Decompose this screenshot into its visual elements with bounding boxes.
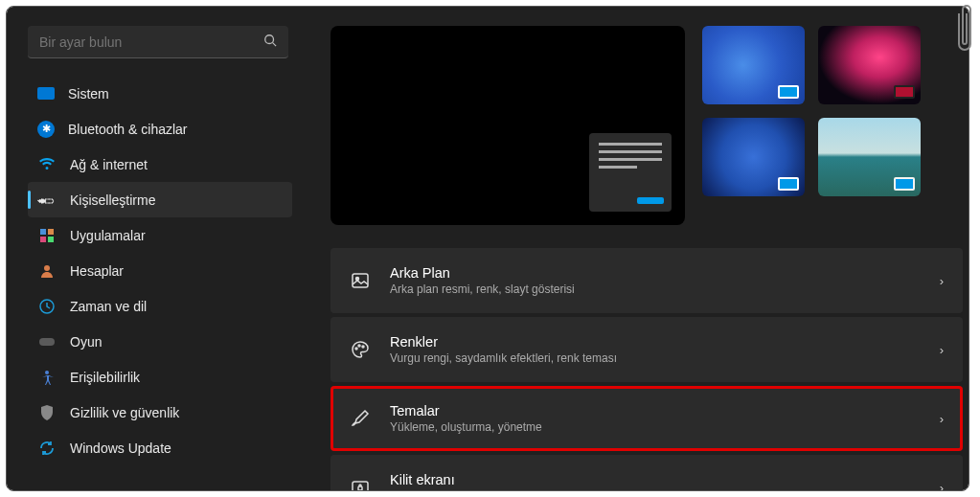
svg-point-12 [355,348,357,350]
setting-subtitle: Kilit ekranı görüntüleri, uygulamalar, a… [390,489,940,490]
svg-point-6 [44,265,50,271]
theme-grid [702,26,921,225]
gamepad-icon [37,332,57,351]
accent-chip [778,85,799,99]
svg-rect-2 [40,229,46,235]
settings-app: Sistem ✱Bluetooth & cihazlar Ağ & intern… [7,7,969,490]
sidebar-item-network[interactable]: Ağ & internet [28,147,292,182]
bluetooth-icon: ✱ [37,121,55,138]
sidebar-item-system[interactable]: Sistem [28,76,292,111]
clock-icon [37,297,57,316]
svg-point-11 [356,278,359,281]
svg-rect-10 [353,274,368,287]
preview-accent-button [637,197,664,204]
brush-icon [350,408,371,429]
sidebar-item-accessibility[interactable]: Erişilebilirlik [28,359,292,395]
update-icon [37,439,57,458]
setting-title: Temalar [390,403,940,418]
setting-title: Renkler [390,334,940,350]
sidebar-item-personalization[interactable]: 🖌Kişiselleştirme [28,182,292,217]
sidebar-item-label: Oyun [70,334,102,350]
svg-rect-16 [358,486,362,490]
theme-tile-4[interactable] [818,118,921,196]
apps-icon [37,226,57,245]
accessibility-icon [37,368,57,387]
person-icon [37,261,57,281]
setting-row-lockscreen[interactable]: Kilit ekranıKilit ekranı görüntüleri, uy… [330,455,963,490]
svg-point-0 [265,35,274,44]
sidebar-item-label: Ağ & internet [70,157,148,172]
desktop-preview [330,26,685,225]
accent-chip [894,177,915,191]
sidebar-item-label: Erişilebilirlik [70,370,140,385]
theme-tile-1[interactable] [702,26,805,104]
sidebar-item-accounts[interactable]: Hesaplar [28,253,292,288]
setting-row-themes[interactable]: TemalarYükleme, oluşturma, yönetme › [330,386,963,451]
svg-point-9 [45,371,49,374]
settings-list: Arka PlanArka plan resmi, renk, slayt gö… [330,248,963,490]
sidebar-item-windows-update[interactable]: Windows Update [28,430,292,465]
sidebar: Sistem ✱Bluetooth & cihazlar Ağ & intern… [7,7,304,490]
sidebar-item-label: Bluetooth & cihazlar [68,122,188,137]
setting-row-background[interactable]: Arka PlanArka plan resmi, renk, slayt gö… [330,248,963,313]
preview-window [589,133,672,212]
sidebar-item-label: Zaman ve dil [70,299,147,314]
chevron-right-icon: › [940,481,944,491]
search-icon [263,34,277,50]
monitor-icon [37,87,55,100]
setting-title: Arka Plan [390,265,940,281]
shield-icon [37,403,57,422]
sidebar-item-bluetooth[interactable]: ✱Bluetooth & cihazlar [28,111,292,147]
sidebar-item-time-language[interactable]: Zaman ve dil [28,288,292,324]
search-input[interactable] [39,34,263,50]
setting-subtitle: Arka plan resmi, renk, slayt gösterisi [390,282,940,296]
theme-preview-row [330,26,963,225]
svg-point-13 [358,345,360,347]
setting-row-colors[interactable]: RenklerVurgu rengi, saydamlık efektleri,… [330,317,963,382]
wifi-icon [37,155,57,174]
image-icon [350,270,371,291]
theme-tile-3[interactable] [702,118,805,196]
theme-tile-2[interactable] [818,26,921,104]
svg-point-14 [362,346,364,348]
accent-chip [894,85,915,99]
setting-subtitle: Yükleme, oluşturma, yönetme [390,420,940,434]
setting-subtitle: Vurgu rengi, saydamlık efektleri, renk t… [390,351,940,365]
nav-list: Sistem ✱Bluetooth & cihazlar Ağ & intern… [28,76,300,465]
chevron-right-icon: › [940,343,944,357]
svg-line-1 [273,43,277,47]
chevron-right-icon: › [940,274,944,288]
search-box[interactable] [28,26,288,58]
chevron-right-icon: › [940,412,944,426]
lock-screen-icon [350,477,371,490]
sidebar-item-label: Gizlilik ve güvenlik [70,405,179,420]
sidebar-item-gaming[interactable]: Oyun [28,324,292,359]
main-content: Arka PlanArka plan resmi, renk, slayt gö… [304,7,969,490]
svg-rect-8 [39,338,55,346]
sidebar-item-label: Windows Update [70,441,171,456]
sidebar-item-privacy[interactable]: Gizlilik ve güvenlik [28,395,292,430]
svg-rect-3 [48,229,54,235]
sidebar-item-label: Kişiselleştirme [70,192,155,208]
setting-title: Kilit ekranı [390,472,940,487]
brush-icon: 🖌 [34,186,60,213]
accent-chip [778,177,799,191]
paperclip-icon [953,2,976,57]
svg-rect-5 [48,237,54,242]
svg-rect-4 [40,237,46,242]
sidebar-item-label: Uygulamalar [70,228,146,243]
palette-icon [350,339,371,360]
sidebar-item-label: Sistem [68,86,109,102]
sidebar-item-apps[interactable]: Uygulamalar [28,217,292,253]
sidebar-item-label: Hesaplar [70,263,124,279]
